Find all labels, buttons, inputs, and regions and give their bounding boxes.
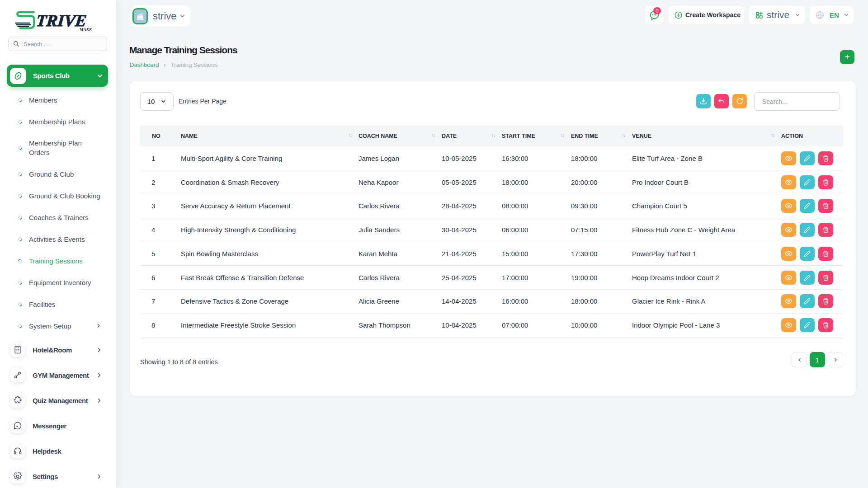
svg-text:MAKE: MAKE [79, 28, 92, 32]
